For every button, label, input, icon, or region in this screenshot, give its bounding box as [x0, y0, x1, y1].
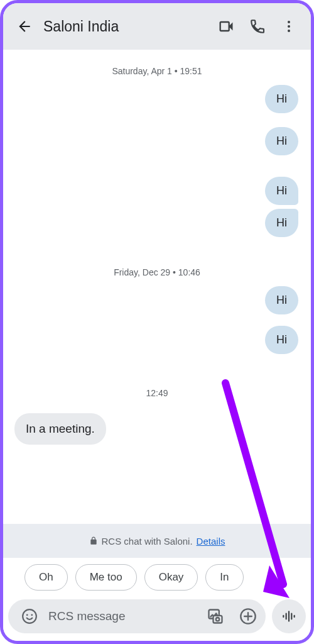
svg-point-2: [288, 30, 290, 32]
emoji-button[interactable]: [16, 602, 43, 630]
audio-wave-icon: [281, 608, 297, 625]
plus-circle-icon: [239, 608, 257, 625]
message-list[interactable]: Saturday, Apr 1 • 19:51 Hi Hi Hi Hi Frid…: [3, 50, 311, 524]
outgoing-message[interactable]: Hi: [265, 177, 298, 205]
more-vert-icon: [281, 19, 296, 34]
rcs-details-link[interactable]: Details: [197, 536, 225, 547]
message-input[interactable]: RCS message: [48, 609, 197, 623]
emoji-icon: [21, 608, 38, 625]
svg-point-5: [31, 614, 33, 616]
gallery-icon: [207, 608, 224, 625]
time-separator: 12:49: [12, 388, 302, 398]
svg-point-0: [288, 21, 290, 23]
video-icon: [217, 18, 235, 35]
smart-reply-chip[interactable]: Okay: [144, 564, 198, 591]
smart-reply-row: Oh Me too Okay In: [3, 558, 311, 597]
svg-rect-11: [286, 613, 287, 620]
header-actions: [210, 11, 305, 42]
svg-point-4: [26, 614, 28, 616]
smart-reply-chip[interactable]: Me too: [75, 564, 137, 591]
rcs-banner-text: RCS chat with Saloni.: [102, 536, 193, 547]
outgoing-group: Hi Hi: [12, 286, 302, 363]
lock-icon: [89, 536, 98, 545]
smart-reply-chip[interactable]: Oh: [24, 564, 68, 591]
contact-name[interactable]: Saloni India: [43, 18, 207, 35]
svg-point-3: [23, 609, 36, 623]
svg-rect-10: [283, 615, 284, 618]
svg-rect-12: [288, 611, 290, 621]
more-options-button[interactable]: [273, 11, 305, 42]
svg-rect-14: [294, 615, 295, 618]
back-button[interactable]: [9, 18, 40, 35]
video-call-button[interactable]: [210, 11, 242, 42]
smart-reply-chip[interactable]: In: [205, 564, 243, 591]
rcs-info-banner: RCS chat with Saloni. Details: [3, 524, 311, 558]
attach-button[interactable]: [234, 602, 262, 630]
svg-point-1: [288, 25, 290, 28]
date-separator: Friday, Dec 29 • 10:46: [12, 267, 302, 277]
arrow-back-icon: [16, 18, 33, 35]
date-separator: Saturday, Apr 1 • 19:51: [12, 66, 302, 76]
message-input-pill: RCS message: [8, 599, 266, 633]
incoming-message[interactable]: In a meeting.: [14, 413, 106, 445]
compose-bar: RCS message: [3, 597, 311, 641]
outgoing-message[interactable]: Hi: [265, 326, 298, 354]
incoming-group: In a meeting.: [12, 407, 302, 445]
outgoing-message[interactable]: Hi: [265, 286, 298, 314]
outgoing-group: Hi Hi Hi Hi: [12, 85, 302, 246]
gallery-button[interactable]: [202, 602, 229, 630]
voice-call-button[interactable]: [242, 11, 273, 42]
outgoing-message[interactable]: Hi: [265, 127, 298, 155]
svg-rect-13: [291, 613, 292, 620]
outgoing-message[interactable]: Hi: [265, 209, 298, 237]
voice-message-button[interactable]: [272, 599, 306, 633]
conversation-header: Saloni India: [3, 3, 311, 50]
outgoing-message[interactable]: Hi: [265, 85, 298, 113]
phone-icon: [249, 18, 266, 35]
svg-rect-7: [214, 616, 222, 623]
